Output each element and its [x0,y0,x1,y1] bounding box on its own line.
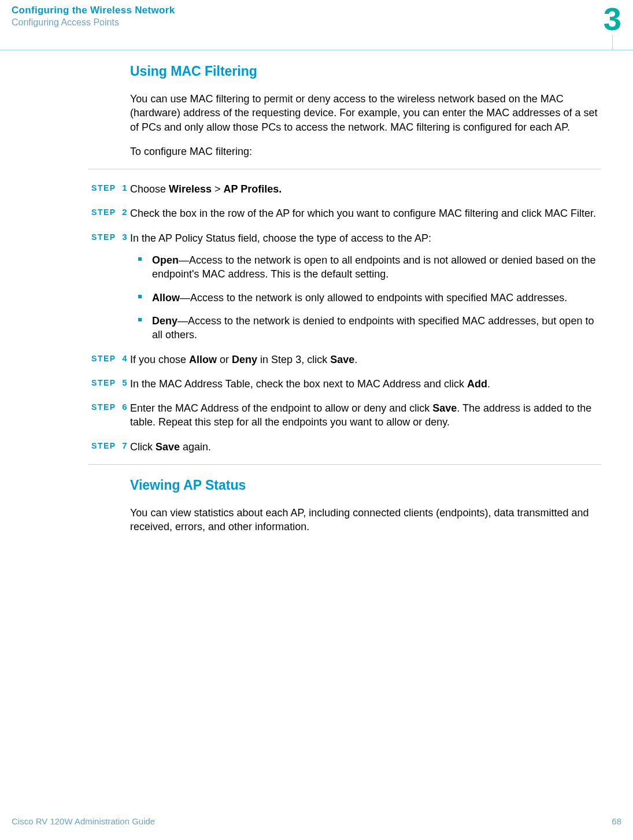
step-2: STEP 2 Check the box in the row of the A… [130,206,601,220]
intro-paragraph: You can view statistics about each AP, i… [130,506,601,534]
step-5: STEP 5 In the MAC Address Table, check t… [130,377,601,391]
bullet-icon [138,295,142,298]
divider-horizontal [0,50,633,50]
list-item-open: Open—Access to the network is open to al… [152,253,601,282]
chapter-number: 3 [604,0,621,38]
bullet-icon [138,257,142,261]
step-6: STEP 6 Enter the MAC Address of the endp… [130,401,601,430]
step-text: Check the box in the row of the AP for w… [130,208,596,219]
sub-list: Open—Access to the network is open to al… [130,253,601,342]
list-item-allow: Allow—Access to the network is only allo… [152,291,601,305]
step-text: If you chose Allow or Deny in Step 3, cl… [130,354,357,365]
intro-paragraph: You can use MAC filtering to permit or d… [130,92,601,134]
step-label: STEP 1 [87,182,128,194]
step-3: STEP 3 In the AP Policy Status field, ch… [130,231,601,342]
step-text: Click Save again. [130,441,211,453]
section-breadcrumb: Configuring Access Points [12,17,621,28]
footer-guide-title: Cisco RV 120W Administration Guide [12,816,155,826]
page-content: Using MAC Filtering You can use MAC filt… [0,35,633,534]
chapter-title: Configuring the Wireless Network [12,5,621,16]
section-heading-ap-status: Viewing AP Status [130,478,601,493]
step-label: STEP 5 [87,377,128,388]
divider [88,464,601,465]
page-footer: Cisco RV 120W Administration Guide 68 [12,816,621,826]
page-header: Configuring the Wireless Network Configu… [0,0,633,35]
list-item-deny: Deny—Access to the network is denied to … [152,314,601,342]
bullet-icon [138,318,142,321]
step-1: STEP 1 Choose Wireless > AP Profiles. [130,182,601,196]
step-label: STEP 6 [87,401,128,413]
step-text: Choose Wireless > AP Profiles. [130,183,282,195]
step-label: STEP 3 [87,231,128,243]
step-text: In the AP Policy Status field, choose th… [130,232,431,244]
step-4: STEP 4 If you chose Allow or Deny in Ste… [130,353,601,367]
step-label: STEP 4 [87,353,128,364]
section-heading-mac-filtering: Using MAC Filtering [130,64,601,79]
step-label: STEP 2 [87,206,128,218]
step-label: STEP 7 [87,440,128,452]
step-text: Enter the MAC Address of the endpoint to… [130,402,591,428]
lead-paragraph: To configure MAC filtering: [130,145,601,158]
page-number: 68 [612,816,621,826]
divider-vertical [612,35,613,50]
divider [88,169,601,169]
step-7: STEP 7 Click Save again. [130,440,601,454]
step-text: In the MAC Address Table, check the box … [130,378,490,390]
